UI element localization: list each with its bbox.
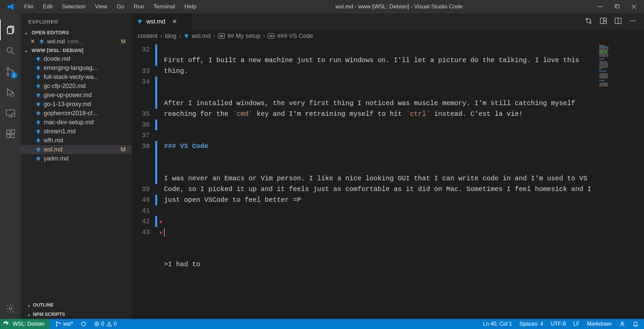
explorer-title: EXPLORER — [21, 13, 132, 29]
file-name: mac-dev-setup.md — [44, 119, 94, 126]
svg-point-25 — [56, 322, 57, 323]
tab-close-icon[interactable]: ✕ — [172, 18, 177, 25]
workspace-header[interactable]: ⌄ WWW [WSL: DEBIAN] — [21, 46, 132, 54]
markdown-file-icon — [36, 75, 41, 80]
status-problems[interactable]: 0 0 — [94, 321, 117, 327]
activity-run-debug[interactable] — [0, 82, 21, 103]
status-branch[interactable]: wsl* — [55, 321, 73, 327]
markdown-file-icon — [137, 19, 142, 24]
svg-point-26 — [56, 325, 57, 326]
status-encoding[interactable]: UTF-8 — [551, 321, 566, 327]
minimize-button[interactable] — [597, 3, 604, 10]
error-count: 0 — [101, 321, 104, 327]
chevron-right-icon: › — [160, 33, 162, 40]
file-tree-item[interactable]: emerging-languag... — [21, 63, 132, 73]
maximize-button[interactable] — [614, 3, 620, 10]
status-feedback-icon[interactable] — [619, 321, 625, 327]
file-name: full-stack-vecty-wa... — [44, 74, 98, 81]
symbol-string-icon: abc — [218, 33, 225, 39]
file-tree-item[interactable]: give-up-power.md — [21, 91, 132, 100]
code-line: After I installed windows, the very firs… — [164, 98, 597, 120]
breadcrumb-item[interactable]: wsl.md — [192, 33, 211, 40]
file-tree-item[interactable]: wsl.mdM — [21, 145, 132, 154]
file-tree-item[interactable]: full-stack-vecty-wa... — [21, 73, 132, 82]
activity-source-control[interactable]: 1 — [0, 61, 21, 82]
chevron-down-icon: ⌄ — [24, 30, 30, 35]
status-remote[interactable]: WSL: Debian — [0, 319, 50, 329]
markdown-file-icon — [36, 147, 41, 152]
more-actions-icon[interactable] — [629, 17, 637, 26]
deleted-line-marker-icon — [160, 220, 162, 224]
markdown-file-icon — [39, 39, 44, 44]
outline-header[interactable]: ⌄OUTLINE — [21, 300, 132, 310]
menu-bar: File Edit Selection View Go Run Terminal… — [19, 1, 201, 12]
open-preview-side-icon[interactable] — [600, 17, 607, 26]
editor-body[interactable]: 32 3334 35363738 3940414243 First off, I… — [132, 42, 644, 319]
menu-file[interactable]: File — [19, 1, 38, 12]
status-sync[interactable] — [81, 321, 87, 327]
file-tree-item[interactable]: yadm.md — [21, 154, 132, 163]
breadcrumb-item[interactable]: ### VS Code — [277, 33, 313, 40]
menu-help[interactable]: Help — [180, 1, 201, 12]
svg-point-22 — [630, 20, 631, 21]
activity-explorer[interactable] — [0, 19, 21, 40]
svg-rect-2 — [616, 5, 619, 8]
file-name: yadm.md — [44, 155, 69, 162]
breadcrumb-item[interactable]: blog — [165, 33, 176, 40]
menu-view[interactable]: View — [90, 1, 112, 12]
tab-bar: wsl.md ✕ — [132, 13, 644, 30]
markdown-file-icon — [36, 102, 41, 107]
compare-changes-icon[interactable] — [585, 17, 592, 26]
activity-bar: 1 — [0, 13, 21, 319]
svg-point-7 — [7, 74, 9, 76]
menu-run[interactable]: Run — [129, 1, 149, 12]
menu-terminal[interactable]: Terminal — [149, 1, 180, 12]
chevron-down-icon: ⌄ — [24, 48, 30, 53]
status-indentation[interactable]: Spaces: 4 — [519, 321, 543, 327]
activity-settings[interactable] — [0, 298, 21, 319]
npm-scripts-header[interactable]: ⌄NPM SCRIPTS — [21, 310, 132, 319]
open-editors-header[interactable]: ⌄ OPEN EDITORS — [21, 29, 132, 37]
file-tree-item[interactable]: wfh.md — [21, 136, 132, 145]
open-editor-item[interactable]: ✕ wsl.md cont... M — [21, 37, 132, 46]
markdown-file-icon — [36, 93, 41, 98]
svg-point-23 — [632, 20, 633, 21]
status-notifications-icon[interactable] — [633, 321, 639, 327]
window-controls — [597, 3, 640, 10]
close-icon[interactable]: ✕ — [30, 38, 36, 45]
activity-search[interactable] — [0, 40, 21, 61]
split-editor-icon[interactable] — [614, 17, 622, 26]
tab-wsl-md[interactable]: wsl.md ✕ — [132, 13, 192, 30]
file-tree-item[interactable]: gc-cfp-2020.md — [21, 82, 132, 91]
activity-remote-explorer[interactable] — [0, 103, 21, 124]
status-cursor-position[interactable]: Ln 40, Col 1 — [483, 321, 512, 327]
close-button[interactable] — [631, 3, 637, 10]
menu-edit[interactable]: Edit — [38, 1, 57, 12]
status-bar: WSL: Debian wsl* 0 0 Ln 40, Col 1 Spaces… — [0, 319, 644, 329]
svg-rect-12 — [7, 130, 10, 134]
code-line: I was never an Emacs or Vim person. I li… — [164, 173, 597, 205]
file-tree-item[interactable]: mac-dev-setup.md — [21, 118, 132, 127]
menu-selection[interactable]: Selection — [57, 1, 90, 12]
file-tree-item[interactable]: go-1-13-proxy.md — [21, 100, 132, 109]
markdown-file-icon — [36, 84, 41, 89]
markdown-file-icon — [36, 111, 41, 116]
code-content[interactable]: First off, I built a new machine just to… — [157, 42, 597, 319]
svg-rect-0 — [598, 6, 603, 7]
minimap[interactable]: ████████ ████ ███████ ██ ███ ██████ ████… — [597, 42, 644, 319]
svg-point-17 — [586, 18, 588, 20]
activity-extensions[interactable] — [0, 124, 21, 144]
status-eol[interactable]: LF — [573, 321, 580, 327]
breadcrumb-item[interactable]: ## My setup — [227, 33, 260, 40]
remote-icon — [3, 320, 9, 328]
breadcrumb[interactable]: content› blog› wsl.md› abc ## My setup› … — [132, 30, 644, 42]
markdown-file-icon — [36, 138, 41, 143]
file-tree-item[interactable]: stream1.md — [21, 127, 132, 136]
breadcrumb-item[interactable]: content — [138, 33, 158, 40]
file-tree-item[interactable]: dcode.md — [21, 54, 132, 63]
editor-area: wsl.md ✕ content› blog› wsl.md› abc ## M… — [132, 13, 644, 319]
file-tree-item[interactable]: gophercon2018-cf... — [21, 109, 132, 118]
status-language[interactable]: Markdown — [587, 321, 612, 327]
file-name: wsl.md — [44, 146, 62, 153]
menu-go[interactable]: Go — [112, 1, 129, 12]
